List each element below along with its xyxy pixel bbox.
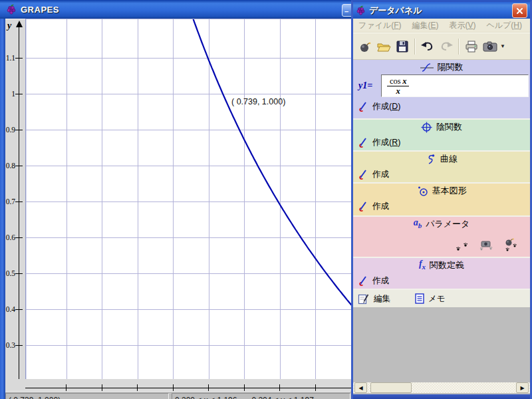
save-button[interactable] <box>393 37 412 56</box>
section-explicit-function: 陽関数 y1= cos x x 作成(D) <box>353 60 530 118</box>
y1-label: y1= <box>358 80 381 91</box>
menu-view[interactable]: 表示(V) <box>444 20 481 31</box>
y-axis-line <box>19 26 19 380</box>
trace-capture-icon[interactable] <box>478 239 494 253</box>
explicit-create-label: 作成(D) <box>372 101 400 112</box>
y-axis-tick-label: 0.5 <box>4 269 15 277</box>
curve-header[interactable]: 曲線 <box>353 152 530 166</box>
create-pen-icon <box>357 275 368 287</box>
y-axis-tick <box>15 94 23 94</box>
y-axis-tick-label: 0.9 <box>4 126 15 134</box>
panel-horizontal-scrollbar[interactable]: ◀ ▶ <box>353 382 530 393</box>
data-panel-menubar: ファイル(F) 編集(E) 表示(V) ヘルプ(H) <box>353 19 530 33</box>
edit-memo-row: 編集 メモ <box>353 289 530 307</box>
create-pen-icon <box>357 101 368 112</box>
y-axis-tick <box>15 166 23 166</box>
scroll-left-button[interactable]: ◀ <box>354 382 367 393</box>
open-file-button[interactable] <box>374 37 393 56</box>
y-axis-tick-label: 0.6 <box>4 233 15 241</box>
y-axis-tick-label: 0.3 <box>4 341 15 349</box>
memo-document-icon[interactable] <box>415 293 424 304</box>
print-button[interactable] <box>462 37 481 56</box>
footprints-icon[interactable] <box>456 241 470 253</box>
dropdown-caret-icon[interactable]: ▼ <box>500 43 505 49</box>
data-panel-toolbar: ▼ <box>353 33 530 60</box>
explicit-create-button[interactable]: 作成(D) <box>353 98 530 114</box>
status-y-range: 0.204 < y < 1.197 <box>251 396 313 399</box>
capture-button[interactable] <box>481 37 499 56</box>
save-icon <box>396 40 409 53</box>
curve-create-button[interactable]: 作成 <box>353 166 530 182</box>
x-axis-line <box>25 388 351 388</box>
basic-shapes-header[interactable]: 基本図形 <box>353 184 530 198</box>
function-definition-icon: fx <box>419 259 426 271</box>
curve-create-label: 作成 <box>372 169 389 180</box>
y-axis-tick <box>15 309 23 310</box>
ruler-corner <box>5 379 25 391</box>
panel-empty-area <box>353 307 530 382</box>
curve-title: 曲線 <box>440 153 458 165</box>
y-axis-arrow-icon <box>16 21 23 27</box>
open-folder-icon <box>376 40 391 53</box>
y-axis-tick-label: 0.4 <box>4 305 15 313</box>
basic-create-label: 作成 <box>372 201 389 212</box>
scroll-left-arrow-icon: ◀ <box>358 385 362 391</box>
close-button[interactable] <box>512 3 527 18</box>
status-coordinates: ( 0.739, 1.000) <box>5 393 169 399</box>
basic-shapes-title: 基本図形 <box>432 185 467 197</box>
basic-shapes-icon <box>417 186 428 197</box>
status-ranges: 0.200 < x < 1.1960.204 < y < 1.197 <box>172 393 350 399</box>
curve-icon <box>426 154 436 165</box>
implicit-function-title: 陰関数 <box>436 121 462 133</box>
data-panel-title: データパネル <box>369 5 422 17</box>
screen: GRAPES – y 1.110.90.80.70.60.50.40.3 ( 0… <box>0 0 532 399</box>
trace-clear-icon[interactable] <box>502 238 518 253</box>
scrollbar-thumb[interactable] <box>370 382 412 393</box>
implicit-create-button[interactable]: 作成(R) <box>353 134 530 150</box>
parameter-title: パラメータ <box>426 218 469 230</box>
grape-logo-icon <box>6 4 17 15</box>
implicit-function-header[interactable]: 陰関数 <box>353 120 530 134</box>
clear-all-button[interactable] <box>356 37 374 56</box>
function-definition-header[interactable]: fx 関数定義 <box>353 258 530 273</box>
y-axis-ruler: y 1.110.90.80.70.60.50.40.3 <box>5 19 25 380</box>
formula-row: y1= cos x x <box>353 74 530 98</box>
explicit-function-header[interactable]: 陽関数 <box>353 60 530 74</box>
y-axis-tick-label: 1.1 <box>4 54 15 62</box>
grapes-window-title: GRAPES <box>21 5 59 15</box>
y-axis-label: y <box>7 21 11 31</box>
section-curve: 曲線 作成 <box>353 150 530 182</box>
grapes-statusbar: ( 0.739, 1.000) 0.200 < x < 1.1960.204 <… <box>5 391 350 399</box>
scroll-right-arrow-icon: ▶ <box>520 385 524 391</box>
y-axis-tick-label: 0.8 <box>4 162 15 170</box>
menu-edit[interactable]: 編集(E) <box>406 20 444 31</box>
menu-help[interactable]: ヘルプ(H) <box>481 20 528 31</box>
implicit-create-label: 作成(R) <box>372 137 400 148</box>
status-x-range: 0.200 < x < 1.196 <box>175 396 237 399</box>
section-function-definition: fx 関数定義 作成 <box>353 257 530 289</box>
undo-button[interactable] <box>418 37 437 56</box>
redo-icon <box>439 40 454 53</box>
y-axis-tick <box>15 273 23 274</box>
data-panel-window: データパネル ファイル(F) 編集(E) 表示(V) ヘルプ(H) <box>351 0 532 399</box>
basic-create-button[interactable]: 作成 <box>353 198 530 214</box>
create-pen-icon <box>357 169 368 180</box>
y-axis-tick <box>15 201 23 202</box>
explicit-function-icon <box>420 63 434 72</box>
menu-file[interactable]: ファイル(F) <box>353 20 406 31</box>
scroll-right-button[interactable]: ▶ <box>516 382 529 393</box>
y1-expression-input[interactable]: cos x x <box>381 74 529 97</box>
expression-fraction: cos x x <box>387 76 409 96</box>
funcdef-create-button[interactable]: 作成 <box>353 273 530 289</box>
data-panel-titlebar[interactable]: データパネル <box>353 2 530 19</box>
section-parameter: ab パラメータ <box>353 215 530 257</box>
edit-label[interactable]: 編集 <box>374 293 390 305</box>
memo-label[interactable]: メモ <box>428 293 446 305</box>
explicit-function-title: 陽関数 <box>438 61 464 73</box>
edit-notepad-icon[interactable] <box>358 293 369 305</box>
grape-logo-icon <box>356 5 366 15</box>
parameter-header[interactable]: ab パラメータ <box>353 217 530 231</box>
redo-button[interactable] <box>437 37 456 56</box>
graph-plot-area[interactable]: ( 0.739, 1.000) <box>25 19 352 380</box>
close-icon <box>516 7 523 15</box>
